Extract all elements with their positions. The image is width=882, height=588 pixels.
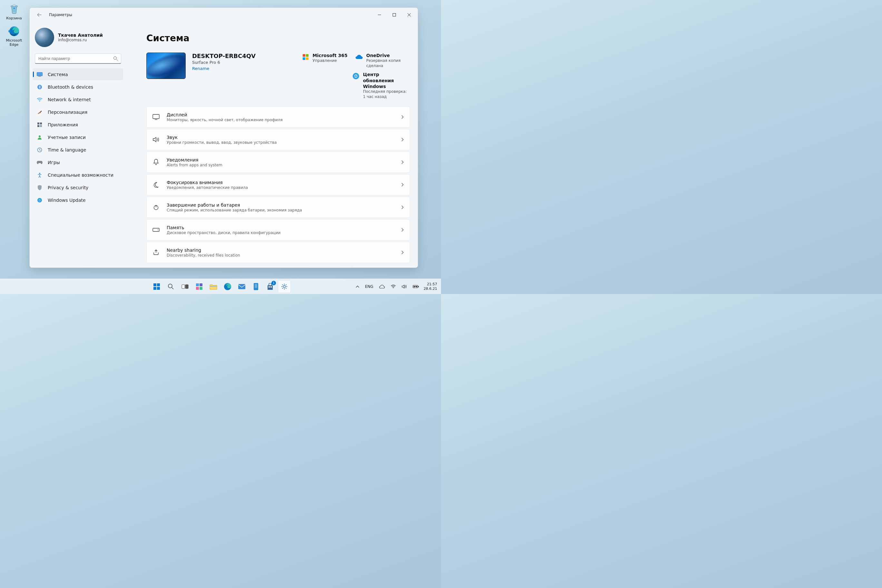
back-button[interactable] xyxy=(34,10,45,20)
card-title: Звук xyxy=(166,135,401,140)
svg-rect-42 xyxy=(268,286,270,288)
card-storage[interactable]: ПамятьДисковое пространство, диски, прав… xyxy=(146,219,410,240)
edge-desktop-icon[interactable]: Microsoft Edge xyxy=(2,25,26,47)
storage-icon xyxy=(153,226,160,233)
card-nearby-sharing[interactable]: Nearby sharingDiscoverability, received … xyxy=(146,242,410,263)
svg-rect-5 xyxy=(37,72,42,76)
svg-point-25 xyxy=(158,230,158,230)
nav-item-gaming[interactable]: Игры xyxy=(33,156,123,168)
card-desc: Спящий режим, использование заряда батар… xyxy=(166,208,401,213)
nav-item-system[interactable]: Система xyxy=(33,68,123,80)
windows-update-link[interactable]: Центр обновления WindowsПоследняя провер… xyxy=(352,72,410,99)
edge-taskbar-button[interactable] xyxy=(221,280,234,293)
card-display[interactable]: ДисплейМониторы, яркость, ночной свет, о… xyxy=(146,106,410,128)
svg-rect-22 xyxy=(153,114,159,118)
svg-rect-28 xyxy=(153,287,156,290)
tray-overflow-button[interactable] xyxy=(355,284,360,289)
getstarted-button[interactable] xyxy=(249,280,262,293)
svg-point-4 xyxy=(114,57,117,60)
nav-item-bluetooth[interactable]: Bluetooth & devices xyxy=(33,81,123,93)
update-icon xyxy=(37,197,42,203)
store-button[interactable]: 1 xyxy=(264,280,277,293)
clock-button[interactable]: 21:57 28.6.21 xyxy=(424,282,438,291)
card-power-battery[interactable]: Завершение работы и батареяСпящий режим,… xyxy=(146,196,410,218)
maximize-button[interactable] xyxy=(387,10,402,20)
svg-point-16 xyxy=(38,198,42,202)
card-desc: Уведомления, автоматические правила xyxy=(166,185,401,190)
mail-button[interactable] xyxy=(236,280,248,293)
card-desc: Alerts from apps and system xyxy=(166,163,401,167)
language-indicator[interactable]: ENG xyxy=(364,283,375,290)
volume-tray-icon[interactable] xyxy=(400,283,408,290)
device-block: DESKTOP-ERBC4QV Surface Pro 6 Rename xyxy=(146,52,256,99)
account-block[interactable]: Ткачев Анатолий info@comss.ru xyxy=(35,28,121,47)
card-notifications[interactable]: УведомленияAlerts from apps and system xyxy=(146,152,410,173)
svg-rect-11 xyxy=(38,125,39,127)
nav-label: Windows Update xyxy=(48,198,86,203)
taskbar-search[interactable] xyxy=(164,280,177,293)
svg-rect-36 xyxy=(200,287,202,290)
recycle-bin-desktop-icon[interactable]: Корзина xyxy=(2,3,26,20)
card-sound[interactable]: ЗвукУровни громкости, вывод, ввод, звуко… xyxy=(146,129,410,150)
gamepad-icon xyxy=(37,160,42,165)
person-icon xyxy=(37,134,42,140)
onedrive-link[interactable]: OneDriveРезервная копия сделана xyxy=(355,52,410,68)
microsoft365-link[interactable]: Microsoft 365Управление xyxy=(302,52,348,68)
service-links: Microsoft 365Управление OneDriveРезервна… xyxy=(294,52,410,99)
svg-point-8 xyxy=(39,101,40,102)
shield-icon xyxy=(37,185,42,190)
nav-item-windows-update[interactable]: Windows Update xyxy=(33,194,123,206)
settings-window: Параметры Ткачев Анатолий info@comss.ru xyxy=(29,8,418,268)
nav-item-accounts[interactable]: Учетные записи xyxy=(33,131,123,143)
minimize-button[interactable] xyxy=(372,10,387,20)
search-input[interactable] xyxy=(35,54,121,64)
rename-link[interactable]: Rename xyxy=(192,66,256,71)
account-email: info@comss.ru xyxy=(58,38,103,42)
nav-item-personalization[interactable]: Персонализация xyxy=(33,106,123,118)
recycle-bin-icon xyxy=(8,3,21,15)
nav-item-network[interactable]: Network & internet xyxy=(33,93,123,105)
close-button[interactable] xyxy=(402,10,417,20)
card-focus-assist[interactable]: Фокусировка вниманияУведомления, автомат… xyxy=(146,174,410,195)
svg-rect-12 xyxy=(40,125,42,127)
file-explorer-button[interactable] xyxy=(207,280,220,293)
settings-taskbar-button[interactable] xyxy=(278,280,291,293)
svg-rect-26 xyxy=(153,284,156,286)
svc-desc: Последняя проверка: 1 час назад xyxy=(363,89,410,99)
card-title: Память xyxy=(166,225,401,230)
svc-title: Центр обновления Windows xyxy=(363,72,410,89)
svg-rect-6 xyxy=(38,76,41,77)
chevron-right-icon xyxy=(401,115,404,119)
svc-title: OneDrive xyxy=(366,52,410,58)
chevron-right-icon xyxy=(401,160,404,164)
nav-label: Bluetooth & devices xyxy=(48,84,93,90)
svg-rect-31 xyxy=(182,285,185,288)
nav-item-accessibility[interactable]: Специальные возможности xyxy=(33,169,123,181)
svg-point-44 xyxy=(284,285,286,288)
content-area[interactable]: Система DESKTOP-ERBC4QV Surface Pro 6 Re… xyxy=(126,22,418,268)
nav-item-time-lang[interactable]: Time & language xyxy=(33,144,123,156)
wifi-tray-icon[interactable] xyxy=(389,284,397,290)
svg-point-30 xyxy=(168,284,172,288)
apps-icon xyxy=(37,122,42,128)
clock-date: 28.6.21 xyxy=(424,286,437,291)
ms365-icon xyxy=(302,53,309,61)
widgets-button[interactable] xyxy=(193,280,206,293)
onedrive-tray-icon[interactable] xyxy=(378,284,386,290)
card-desc: Мониторы, яркость, ночной свет, отображе… xyxy=(166,118,401,122)
task-view-button[interactable] xyxy=(178,280,192,293)
desktop-icons-area: Корзина Microsoft Edge xyxy=(2,3,26,52)
paintbrush-icon xyxy=(37,109,42,115)
bell-icon xyxy=(153,159,160,166)
start-button[interactable] xyxy=(150,280,163,293)
svc-desc: Управление xyxy=(313,58,348,63)
nav-item-apps[interactable]: Приложения xyxy=(33,118,123,130)
titlebar: Параметры xyxy=(30,8,418,22)
svg-rect-47 xyxy=(418,286,419,287)
nav-item-privacy[interactable]: Privacy & security xyxy=(33,182,123,194)
edge-icon xyxy=(8,25,21,38)
chevron-right-icon xyxy=(401,183,404,187)
battery-tray-icon[interactable] xyxy=(411,284,420,290)
avatar xyxy=(35,28,54,47)
nav-label: Time & language xyxy=(48,147,86,153)
